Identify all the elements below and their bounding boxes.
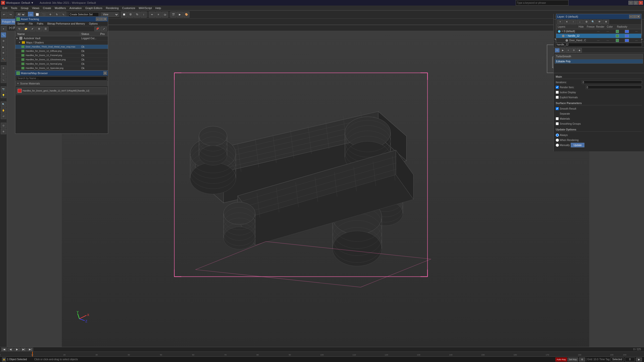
isoline-checkbox[interactable] xyxy=(556,91,559,94)
layer-settings-btn[interactable]: ⚙ xyxy=(583,20,589,24)
asset-row[interactable]: Handles_for_Doors_12_Fresnel.png Ok xyxy=(15,53,108,58)
motion-panel-btn[interactable]: ▶ xyxy=(1,44,6,50)
asset-list-btn[interactable]: ☰ xyxy=(43,27,49,31)
material-scene-header[interactable]: ▼ Scene Materials xyxy=(15,81,108,86)
render-iters-checkbox[interactable] xyxy=(556,86,559,89)
layer-add-sel-btn[interactable]: ↑ xyxy=(570,20,576,24)
pan-btn[interactable]: ✋ xyxy=(1,108,6,113)
timeline-play-btn[interactable]: ▶ xyxy=(14,348,20,351)
snap-toggle-button[interactable]: 🔲 xyxy=(121,12,127,18)
asset-menu-bitmap[interactable]: Bitmap Performance and Memory xyxy=(46,22,86,25)
reference-coord-dropdown[interactable]: View xyxy=(101,12,119,17)
asset-row[interactable]: Handles_for_Doors_12_Glossiness.png Ok xyxy=(15,58,108,62)
asset-row[interactable]: Handles_for_Doors_12_Diffuse.png Ok xyxy=(15,49,108,53)
asset-expand-btn[interactable]: ⤢ xyxy=(101,27,107,31)
asset-row[interactable]: ▼ Maps / Shaders xyxy=(15,40,108,45)
layer-row[interactable]: Door_Hand...C — — — xyxy=(556,38,641,43)
asset-resolve-btn[interactable]: 📁 xyxy=(23,27,29,31)
materials-checkbox[interactable] xyxy=(556,117,559,120)
manually-radio[interactable] xyxy=(556,144,559,147)
play-anim-btn[interactable]: ▶ xyxy=(636,357,642,361)
move-tool-btn[interactable]: ✛ xyxy=(1,65,6,71)
menu-help[interactable]: Help xyxy=(154,6,163,10)
asset-menu-paths[interactable]: Paths xyxy=(36,22,45,25)
asset-panel-content[interactable]: ▶ Autodesk Vault Logged Out... ▼ Maps / … xyxy=(15,36,108,70)
menu-edit[interactable]: Edit xyxy=(1,6,9,10)
light-btn[interactable]: 💡 xyxy=(1,93,6,98)
display-panel-btn[interactable]: 👁 xyxy=(1,50,6,56)
timeline-end-btn[interactable]: ▶| xyxy=(27,348,33,351)
menu-maxscript[interactable]: MAXScript xyxy=(137,6,153,10)
asset-menu-options[interactable]: Options xyxy=(88,22,99,25)
asset-pin-btn[interactable]: 📌 xyxy=(94,27,100,31)
named-selection-input[interactable] xyxy=(69,12,99,17)
render-iters-input[interactable] xyxy=(586,85,642,89)
iterations-input[interactable] xyxy=(582,80,642,84)
align-button[interactable]: ≡ xyxy=(155,12,162,18)
maximize-button[interactable]: □ xyxy=(633,1,638,5)
menu-modifiers[interactable]: Modifiers xyxy=(53,6,67,10)
layer-sel-from-btn[interactable]: ↓ xyxy=(577,20,583,24)
modifier-tab-sub1[interactable]: ▶ xyxy=(560,48,565,53)
set-key-button[interactable]: Set Key xyxy=(568,357,578,361)
layers-panel-min-btn[interactable]: ─ xyxy=(629,15,633,18)
hierarchy-panel-btn[interactable]: ⚙ xyxy=(1,38,6,44)
search-input[interactable] xyxy=(517,2,567,4)
asset-panel-titlebar[interactable]: Asset Tracking ─ □ ✕ xyxy=(15,17,108,22)
layer-manager-button[interactable]: 🗂 xyxy=(162,12,168,18)
spinner-snap-button[interactable]: ↕ xyxy=(141,12,147,18)
create-panel-btn[interactable]: ✦ xyxy=(1,26,6,32)
render-setup-button[interactable]: 🎬 xyxy=(170,12,176,18)
asset-row[interactable]: Door_Handles_Thick_Oval_Metal_max_vray.m… xyxy=(15,45,108,49)
layer-row[interactable]: ▼ handle_12 — — — xyxy=(556,34,641,38)
asset-menu-server[interactable]: Server xyxy=(16,22,26,25)
smoothing-groups-checkbox[interactable] xyxy=(556,122,559,125)
menu-rendering[interactable]: Rendering xyxy=(104,6,120,10)
asset-menu-file[interactable]: File xyxy=(28,22,34,25)
layer-find-btn[interactable]: 🔍 xyxy=(590,20,596,24)
timeline-prev-btn[interactable]: ◀ xyxy=(8,348,14,351)
modifier-item-editablepoly[interactable]: Editable Poly xyxy=(555,59,643,64)
modifier-tab-main[interactable]: M xyxy=(555,48,560,53)
asset-panel-close-btn[interactable]: ✕ xyxy=(103,17,107,21)
layer-delete-btn[interactable]: ✕ xyxy=(564,20,570,24)
material-panel-close-btn[interactable]: ✕ xyxy=(103,71,107,75)
layer-row[interactable]: ▼ 0 (default) — — — xyxy=(556,29,641,34)
angle-snap-button[interactable]: ⦿ xyxy=(128,12,134,18)
mirror-button[interactable]: ⇔ xyxy=(149,12,155,18)
asset-panel-max-btn[interactable]: □ xyxy=(100,17,103,21)
quick-align-btn[interactable]: ⊕ xyxy=(1,129,6,134)
explicit-normals-checkbox[interactable] xyxy=(556,96,559,99)
material-item[interactable]: Handles_for_Doors_geo1_handle_12_MAT (VR… xyxy=(16,87,107,94)
isolate-btn[interactable]: ◎ xyxy=(1,123,6,128)
material-search-input[interactable] xyxy=(16,76,107,80)
close-button[interactable]: ✕ xyxy=(638,1,643,5)
asset-settings-btn[interactable]: ⚙ xyxy=(36,27,42,31)
layers-panel-close-btn[interactable]: ✕ xyxy=(637,15,640,18)
menu-customize[interactable]: Customize xyxy=(121,6,137,10)
asset-row[interactable]: ▶ Autodesk Vault Logged Out... xyxy=(15,36,108,40)
modify-panel-btn[interactable]: 🔧 xyxy=(1,32,6,38)
layers-panel-titlebar[interactable]: Layer: 0 (default) ─ □ ✕ xyxy=(556,14,641,19)
orbit-btn[interactable]: ↺ xyxy=(1,114,6,119)
menu-create[interactable]: Create xyxy=(41,6,53,10)
asset-row[interactable]: Handles_for_Doors_12_Normal.png Ok xyxy=(15,62,108,66)
select-filter-dropdown[interactable]: All xyxy=(16,12,25,17)
timeline-track[interactable]: 0 10 20 30 40 50 60 70 80 90 100 110 120… xyxy=(0,352,644,357)
asset-row[interactable]: Handles_for_Doors_12_Specular.png Ok xyxy=(15,66,108,70)
menu-group[interactable]: Group xyxy=(19,6,30,10)
menu-views[interactable]: Views xyxy=(30,6,41,10)
render-button[interactable]: ▶ xyxy=(177,12,183,18)
key-filters-btn[interactable]: ⚙ xyxy=(579,357,585,361)
asset-refresh-btn[interactable]: ↻ xyxy=(16,27,22,31)
zoom-btn[interactable]: 🔍 xyxy=(1,102,6,107)
layers-panel-max-btn[interactable]: □ xyxy=(633,15,636,18)
material-editor-button[interactable]: 🎨 xyxy=(183,12,189,18)
always-radio[interactable] xyxy=(556,133,559,137)
auto-key-button[interactable]: Auto Key xyxy=(555,357,567,361)
redo-button[interactable]: ↪ xyxy=(8,12,14,18)
modifier-tab-sub2[interactable]: ≡ xyxy=(566,48,571,53)
modifier-name-input[interactable] xyxy=(556,43,642,47)
undo-button[interactable]: ↩ xyxy=(1,12,7,18)
smooth-result-checkbox[interactable] xyxy=(556,107,559,110)
